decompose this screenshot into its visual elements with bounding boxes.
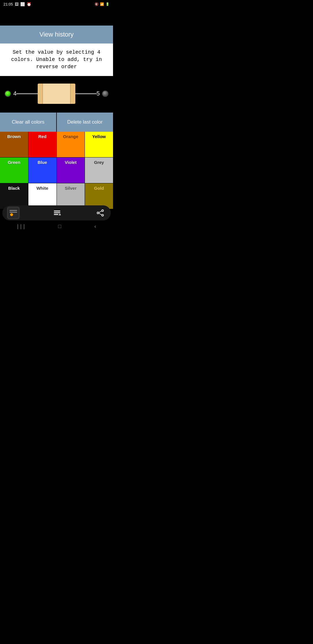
resistor-cap-left	[38, 84, 43, 104]
back-button[interactable]: ‹	[94, 224, 97, 229]
svg-line-14	[99, 213, 102, 215]
resistor-wrapper: 4 5	[0, 81, 113, 107]
svg-rect-4	[54, 214, 59, 215]
left-indicator: 4	[5, 90, 17, 97]
svg-rect-5	[54, 212, 60, 213]
status-right: 🔇 📶 🔋	[94, 2, 110, 6]
resistor-middle	[43, 84, 70, 104]
led-grey-icon	[102, 91, 108, 97]
color-gold-button[interactable]: Gold	[85, 183, 113, 209]
svg-rect-9	[59, 215, 61, 215]
action-buttons: Clear all colors Delete last color	[0, 113, 113, 132]
alarm-icon: ⏰	[27, 2, 31, 6]
svg-point-10	[102, 210, 103, 211]
app-icon[interactable]	[7, 207, 20, 219]
color-black-button[interactable]: Black	[0, 183, 28, 209]
svg-line-13	[99, 211, 102, 213]
svg-point-12	[102, 214, 103, 216]
photo-icon: 🖼	[15, 2, 19, 6]
left-value: 4	[13, 90, 17, 97]
resistor-cap-right	[70, 84, 75, 104]
resistor-body-container	[17, 81, 97, 107]
color-green-button[interactable]: Green	[0, 158, 28, 183]
svg-rect-3	[10, 212, 17, 213]
screen-record-icon: ⬜	[20, 2, 25, 6]
color-grey-button[interactable]: Grey	[85, 158, 113, 183]
app-icon-svg	[8, 208, 19, 218]
right-indicator: 5	[97, 90, 108, 97]
clear-all-button[interactable]: Clear all colors	[0, 113, 56, 132]
mute-icon: 🔇	[94, 2, 99, 6]
color-red-button[interactable]: Red	[28, 132, 57, 157]
recents-button[interactable]: |||	[16, 224, 26, 229]
color-yellow-button[interactable]: Yellow	[85, 132, 113, 157]
signal-icon: 📶	[100, 2, 104, 6]
top-spacer	[0, 8, 113, 26]
color-grid: BrownRedOrangeYellowGreenBlueVioletGreyB…	[0, 132, 113, 209]
svg-point-1	[10, 213, 13, 216]
right-value: 5	[97, 90, 100, 97]
instruction-text: Set the value by selecting 4 colors. Una…	[0, 44, 113, 76]
view-history-button[interactable]: View history	[0, 26, 113, 44]
svg-rect-6	[54, 211, 60, 211]
color-brown-button[interactable]: Brown	[0, 132, 28, 157]
color-blue-button[interactable]: Blue	[28, 158, 57, 183]
bottom-nav	[2, 205, 111, 220]
time: 21:05	[3, 2, 13, 6]
system-nav: ||| □ ‹	[0, 221, 113, 232]
delete-last-button[interactable]: Delete last color	[57, 113, 113, 132]
color-silver-button[interactable]: Silver	[57, 183, 85, 209]
color-violet-button[interactable]: Violet	[57, 158, 85, 183]
color-white-button[interactable]: White	[28, 183, 57, 209]
svg-point-11	[97, 212, 99, 214]
share-icon[interactable]	[94, 207, 106, 219]
svg-rect-2	[10, 210, 17, 211]
resistor-area: 4 5	[0, 76, 113, 113]
color-orange-button[interactable]: Orange	[57, 132, 85, 157]
edit-icon[interactable]	[51, 207, 63, 219]
led-green-icon	[5, 91, 11, 97]
svg-rect-0	[8, 208, 19, 218]
status-left: 21:05 🖼 ⬜ ⏰	[3, 2, 31, 6]
resistor-body	[38, 84, 75, 104]
home-button[interactable]: □	[58, 224, 61, 229]
status-bar: 21:05 🖼 ⬜ ⏰ 🔇 📶 🔋	[0, 0, 113, 8]
battery-icon: 🔋	[105, 2, 110, 6]
